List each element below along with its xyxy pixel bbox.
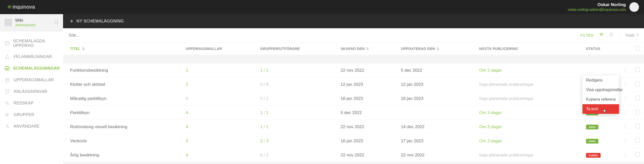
- context-menu: Redigera Visa uppdragsmallar Kopiera ref…: [582, 75, 619, 114]
- cell-next: Om 3 dagar: [477, 134, 584, 148]
- svg-text:inquinova: inquinova: [13, 4, 35, 10]
- cell-created: 5 dec 2022: [338, 106, 398, 120]
- cell-templates: 3: [183, 134, 257, 148]
- sort-icon: ⇅: [436, 47, 439, 51]
- cell-status: Inaktiv: [583, 148, 619, 162]
- row-more-button[interactable]: ⋮: [619, 134, 631, 148]
- table-row[interactable]: Årlig besiktning 4 0 / 2 22 nov 2022 22 …: [63, 148, 644, 162]
- filter-lines-icon[interactable]: [599, 32, 604, 38]
- row-checkbox[interactable]: [631, 120, 644, 134]
- row-more-button[interactable]: ⋮: [619, 63, 631, 77]
- building-icon: [5, 89, 10, 94]
- svg-point-2: [55, 21, 58, 24]
- row-more-button[interactable]: ⋮: [619, 120, 631, 134]
- collapse-icon[interactable]: [54, 20, 58, 25]
- cell-title: Årlig besiktning: [63, 148, 183, 162]
- table-wrap: TITEL⇅ UPPDRAGSMALLAR GRUPPER/UTFÖRARE S…: [63, 42, 644, 164]
- filter-bar: FILTER Totalt: 7: [63, 28, 644, 42]
- cell-groups: 1 / 1: [258, 106, 338, 120]
- total-count: Totalt: 7: [619, 33, 638, 37]
- cell-updated: 12 jan 2023: [398, 77, 477, 92]
- cell-title: Veckovis: [63, 134, 183, 148]
- col-created[interactable]: SKAPAD DEN⇅: [338, 42, 398, 55]
- group-icon: [5, 112, 10, 118]
- cell-templates: 4: [183, 148, 257, 162]
- ctx-show-templates[interactable]: Visa uppdragsmallar: [582, 85, 619, 95]
- refresh-icon[interactable]: [609, 32, 614, 38]
- sidebar-profile[interactable]: Wiki Administratör: [0, 14, 63, 31]
- col-title[interactable]: TITEL⇅: [63, 42, 183, 55]
- cell-title: Klotter och skötsel: [63, 77, 183, 92]
- cell-groups: 1 / 1: [258, 120, 338, 134]
- row-checkbox[interactable]: [631, 134, 644, 148]
- status-badge: Inaktiv: [586, 153, 601, 158]
- cell-created: 16 jan 2023: [338, 134, 398, 148]
- table-row[interactable]: Funktionsbesiktning 1 1 / 1 22 nov 2022 …: [63, 63, 644, 77]
- table-row[interactable]: Parktillsyn 4 1 / 1 5 dec 2022 Om 3 daga…: [63, 106, 644, 120]
- nav-felanmalningar[interactable]: FELANMÄLNINGAR: [0, 51, 63, 63]
- table-row[interactable]: Månatlig parktillsyn 0 0 / 1 16 jan 2023…: [63, 92, 644, 106]
- cell-next: Om 2 dagar: [477, 63, 584, 77]
- nav-anvandare[interactable]: ANVÄNDARE: [0, 121, 63, 132]
- col-next[interactable]: NÄSTA PUBLICERING: [477, 42, 584, 55]
- new-schedule-label: NY SCHEMALÄGGNING: [76, 19, 124, 23]
- row-checkbox[interactable]: [631, 106, 644, 120]
- row-checkbox[interactable]: [631, 92, 644, 106]
- nav-label: REDSKAP: [14, 101, 34, 105]
- row-more-button[interactable]: ⋮: [619, 106, 631, 120]
- row-checkbox[interactable]: [631, 77, 644, 92]
- schedule-icon: [5, 66, 10, 71]
- nav-schemalagda-uppdrag[interactable]: SCHEMALAGDA UPPDRAG: [0, 36, 63, 51]
- cell-title: Parktillsyn: [63, 106, 183, 120]
- nav-label: SCHEMALÄGGNINGAR: [13, 66, 60, 71]
- cell-created: 22 nov 2022: [338, 148, 398, 162]
- cell-groups: 1 / 1: [258, 63, 338, 77]
- table-row[interactable]: Rutinmässig visuell besiktning 4 1 / 1 2…: [63, 120, 644, 134]
- ctx-copy-ref[interactable]: Kopiera referens: [582, 95, 619, 104]
- tools-icon: [5, 100, 10, 106]
- svg-point-14: [6, 114, 7, 115]
- row-checkbox[interactable]: [631, 148, 644, 162]
- ctx-edit[interactable]: Redigera: [582, 75, 619, 85]
- col-select-all[interactable]: [631, 42, 644, 55]
- sidebar: Wiki Administratör SCHEMALAGDA UPPDRAG F…: [0, 14, 63, 164]
- nav-anlaggningar[interactable]: ANLÄGGNINGAR: [0, 86, 63, 97]
- col-templates[interactable]: UPPDRAGSMALLAR: [183, 42, 257, 55]
- nav-grupper[interactable]: GRUPPER: [0, 109, 63, 121]
- cell-updated: [398, 106, 477, 120]
- row-more-button[interactable]: ⋮: [619, 92, 631, 106]
- user-email: oskar.norling+admin@inquinova.com: [568, 8, 626, 12]
- col-status[interactable]: STATUS: [583, 42, 619, 55]
- ctx-delete[interactable]: Ta bort: [582, 104, 619, 114]
- cell-templates: 4: [183, 106, 257, 120]
- nav-label: SCHEMALAGDA UPPDRAG: [13, 39, 58, 48]
- cell-title: Månatlig parktillsyn: [63, 92, 183, 106]
- new-schedule-button[interactable]: + NY SCHEMALÄGGNING: [70, 18, 124, 24]
- svg-rect-6: [6, 78, 9, 82]
- cell-created: 16 jan 2023: [338, 92, 398, 106]
- svg-rect-9: [6, 90, 9, 93]
- svg-rect-3: [5, 42, 9, 45]
- row-more-button[interactable]: ⋮: [619, 148, 631, 162]
- nav-label: UPPDRAGSMALLAR: [14, 78, 54, 82]
- search-input[interactable]: [69, 33, 569, 38]
- cell-next: Inga planerade publiceringar: [477, 77, 584, 92]
- cell-updated: 22 nov 2022: [398, 148, 477, 162]
- schedule-table: TITEL⇅ UPPDRAGSMALLAR GRUPPER/UTFÖRARE S…: [63, 42, 644, 162]
- table-row[interactable]: Klotter och skötsel 2 0 / 0 12 jan 2023 …: [63, 77, 644, 92]
- nav-label: GRUPPER: [14, 113, 34, 117]
- col-updated[interactable]: UPPDATERAD DEN⇅: [398, 42, 477, 55]
- svg-point-16: [7, 125, 8, 126]
- nav-schemalaggningar[interactable]: SCHEMALÄGGNINGAR: [0, 63, 63, 74]
- table-row[interactable]: Veckovis 3 2 / 3 16 jan 2023 17 jan 2023…: [63, 134, 644, 148]
- alert-icon: [5, 54, 10, 60]
- nav-uppdragsmallar[interactable]: UPPDRAGSMALLAR: [0, 74, 63, 86]
- cell-status: Aktiv: [583, 120, 619, 134]
- filter-button[interactable]: FILTER: [580, 33, 594, 37]
- user-block[interactable]: Oskar Norling oskar.norling+admin@inquin…: [568, 2, 639, 12]
- nav-redskap[interactable]: REDSKAP: [0, 97, 63, 109]
- brand-logo[interactable]: ≋inquinova: [5, 4, 48, 10]
- row-checkbox[interactable]: [631, 63, 644, 77]
- avatar[interactable]: [629, 2, 639, 12]
- col-groups[interactable]: GRUPPER/UTFÖRARE: [258, 42, 338, 55]
